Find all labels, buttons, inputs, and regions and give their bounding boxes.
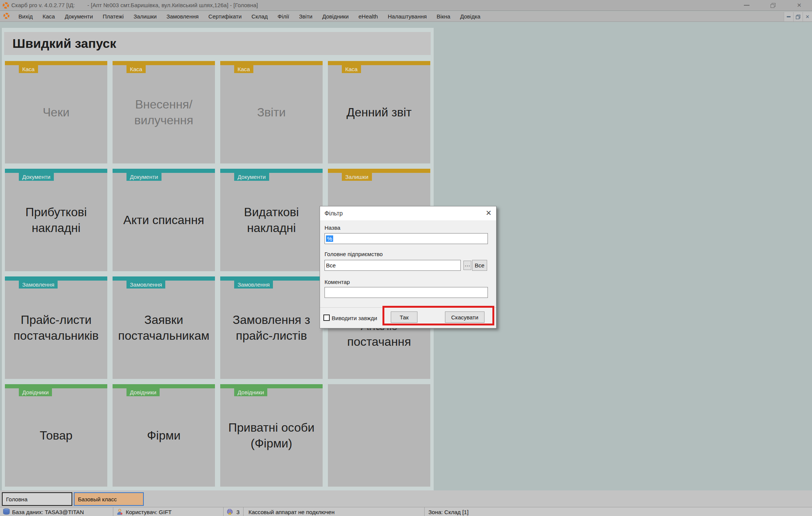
statusbar-divider bbox=[424, 507, 425, 516]
tile-label: Чеки bbox=[5, 61, 107, 163]
launch-tile-empty bbox=[328, 384, 430, 487]
menu-item[interactable]: Сертифікати bbox=[204, 11, 247, 22]
cash-count: 3 bbox=[236, 509, 239, 515]
tile-label: Фірми bbox=[113, 384, 215, 487]
tile-label: Приватні особи (Фірми) bbox=[220, 384, 323, 487]
close-icon: ✕ bbox=[797, 2, 802, 9]
menu-item[interactable]: Налаштування bbox=[383, 11, 432, 22]
close-icon: ✕ bbox=[486, 209, 492, 217]
menu-item[interactable]: Платежі bbox=[98, 11, 129, 22]
comment-field-label: Коментар bbox=[324, 279, 350, 285]
minimize-icon bbox=[744, 5, 750, 6]
minimize-icon bbox=[787, 16, 791, 17]
menu-item[interactable]: eHealth bbox=[353, 11, 383, 22]
menu-item[interactable]: Звіти bbox=[294, 11, 317, 22]
dialog-title: Фільтр bbox=[320, 206, 496, 220]
launch-tile[interactable]: Каса Чеки bbox=[5, 61, 107, 163]
restore-icon bbox=[796, 15, 800, 19]
all-button-label: Все bbox=[475, 262, 484, 269]
ellipsis-icon: ··· bbox=[465, 262, 470, 269]
launch-tile[interactable]: Документи Видаткові накладні bbox=[220, 169, 323, 271]
database-status: База даних: TASA3@TITAN bbox=[12, 509, 84, 515]
enterprise-input[interactable]: Все bbox=[324, 260, 461, 271]
statusbar-divider bbox=[223, 507, 224, 516]
enterprise-field-label: Головне підприємство bbox=[324, 251, 383, 257]
launch-tile[interactable]: Довідники Товар bbox=[5, 384, 107, 487]
user-status: Користувач: GIFT bbox=[126, 509, 172, 515]
launch-tile[interactable]: Замовлення Прайс-листи постачальників bbox=[5, 276, 107, 379]
tile-label: Прибуткові накладні bbox=[5, 169, 107, 271]
status-bar: База даних: TASA3@TITAN Користувач: GIFT… bbox=[0, 507, 812, 516]
all-button[interactable]: Все bbox=[472, 260, 487, 271]
annotation-highlight bbox=[382, 306, 494, 325]
menu-item[interactable]: Каса bbox=[38, 11, 60, 22]
panel-title: Швидкий запуск bbox=[4, 36, 116, 51]
tile-label: Заявки постачальникам bbox=[113, 276, 215, 379]
menu-item[interactable]: Довідка bbox=[455, 11, 485, 22]
tile-label: Видаткові накладні bbox=[220, 169, 323, 271]
dialog-close-button[interactable]: ✕ bbox=[486, 209, 492, 217]
title-bar: Скарб pro v. 4.0.2.77 [ІД: - [Апт №003 с… bbox=[0, 0, 812, 11]
tile-label: Денний звіт bbox=[328, 61, 430, 163]
menu-item[interactable]: Склад bbox=[247, 11, 273, 22]
menu-item[interactable]: Документи bbox=[60, 11, 98, 22]
mdi-close-button[interactable]: ✕ bbox=[803, 12, 812, 21]
menu-item[interactable]: Залишки bbox=[129, 11, 162, 22]
close-button[interactable]: ✕ bbox=[793, 0, 806, 11]
cash-status: Кассовый аппарат не подключен bbox=[248, 509, 335, 515]
tile-label: Замовлення з прайс-листів bbox=[220, 276, 323, 379]
menu-item[interactable]: Вихід bbox=[14, 11, 38, 22]
always-show-checkbox[interactable] bbox=[323, 314, 330, 321]
launch-tile[interactable]: Довідники Приватні особи (Фірми) bbox=[220, 384, 323, 487]
browse-button[interactable]: ··· bbox=[463, 261, 471, 270]
tab-label: Головна bbox=[6, 496, 27, 502]
tab-label: Базовый класс bbox=[78, 496, 117, 502]
comment-input[interactable] bbox=[324, 287, 488, 298]
tile-label: Внесення/вилучення bbox=[113, 61, 215, 163]
close-icon: ✕ bbox=[806, 14, 810, 20]
user-icon bbox=[117, 508, 123, 516]
launch-tile[interactable]: Каса Внесення/вилучення bbox=[113, 61, 215, 163]
launch-tile[interactable]: Документи Акти списання bbox=[113, 169, 215, 271]
tab-bazovyi-klass[interactable]: Базовый класс bbox=[74, 492, 144, 506]
name-field-label: Назва bbox=[324, 224, 340, 231]
statusbar-divider bbox=[243, 507, 244, 516]
tab-holovna[interactable]: Головна bbox=[2, 492, 72, 506]
tile-label: Товар bbox=[5, 384, 107, 487]
database-icon bbox=[3, 508, 10, 516]
tile-label: Акти списання bbox=[113, 169, 215, 271]
launch-tile[interactable]: Довідники Фірми bbox=[113, 384, 215, 487]
mdi-restore-button[interactable] bbox=[793, 12, 803, 21]
window-title: Скарб pro v. 4.0.2.77 [ІД: - [Апт №003 с… bbox=[11, 2, 258, 8]
launch-tile[interactable]: Замовлення Заявки постачальникам bbox=[113, 276, 215, 379]
minimize-button[interactable] bbox=[740, 0, 753, 11]
tile-label: Прайс-листи постачальників bbox=[5, 276, 107, 379]
zone-status: Зона: Склад [1] bbox=[428, 509, 469, 515]
menu-item[interactable]: Довідники bbox=[317, 11, 353, 22]
restore-button[interactable] bbox=[766, 0, 779, 11]
mdi-minimize-button[interactable] bbox=[784, 12, 793, 21]
statusbar-divider bbox=[113, 507, 113, 516]
mdi-window-controls: ✕ bbox=[784, 12, 812, 21]
selected-text: % bbox=[326, 235, 333, 242]
name-input[interactable]: % bbox=[324, 233, 488, 244]
menu-item[interactable]: Замовлення bbox=[161, 11, 203, 22]
tile-label: Звіти bbox=[220, 61, 323, 163]
launch-tile[interactable]: Каса Звіти bbox=[220, 61, 323, 163]
launch-tile[interactable]: Замовлення Замовлення з прайс-листів bbox=[220, 276, 323, 379]
app-menu-icon[interactable] bbox=[3, 12, 10, 21]
launch-tile[interactable]: Каса Денний звіт bbox=[328, 61, 430, 163]
always-show-label: Виводити завжди bbox=[332, 315, 377, 321]
menu-item[interactable]: Вікна bbox=[432, 11, 456, 22]
bottom-tab-strip: Головна Базовый класс bbox=[0, 490, 812, 507]
input-value: Все bbox=[326, 262, 336, 269]
quick-launch-header: Швидкий запуск bbox=[4, 32, 431, 55]
launch-tile[interactable]: Документи Прибуткові накладні bbox=[5, 169, 107, 271]
restore-icon bbox=[771, 3, 775, 8]
cash-register-icon bbox=[227, 508, 233, 516]
menu-item[interactable]: Філії bbox=[273, 11, 294, 22]
app-logo-icon bbox=[2, 2, 9, 11]
menu-bar: Вихід Каса Документи Платежі Залишки Зам… bbox=[0, 11, 812, 22]
